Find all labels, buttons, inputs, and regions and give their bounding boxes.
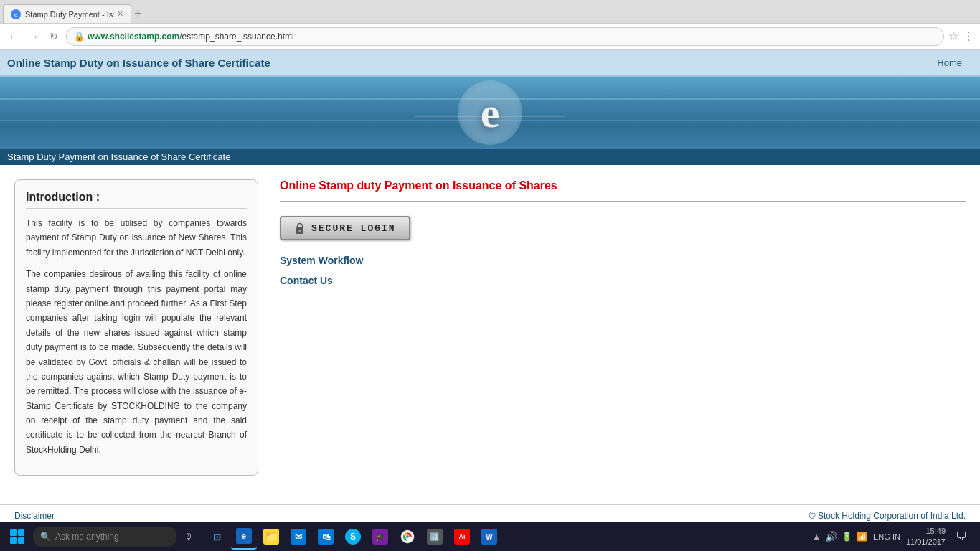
secure-login-button[interactable]: SECURE LOGIN xyxy=(280,216,410,240)
secure-login-text: SECURE LOGIN xyxy=(311,223,396,234)
skype-app[interactable]: S xyxy=(340,524,366,542)
marquee-text: Stamp Duty Payment on Issuance of Share … xyxy=(7,151,230,162)
win-quad-1 xyxy=(10,529,17,536)
tab-favicon: e xyxy=(11,9,21,19)
clock-time: 15:49 xyxy=(906,526,946,537)
page-wrapper: Online Stamp Duty on Issuance of Share C… xyxy=(0,50,980,527)
windows-icon xyxy=(10,529,24,542)
svg-point-3 xyxy=(299,230,301,232)
section-divider xyxy=(280,201,966,202)
tray-wifi[interactable]: 📶 xyxy=(857,532,867,542)
intro-para-1: This facility is to be utilised by compa… xyxy=(26,216,247,260)
stripe-2 xyxy=(415,116,565,117)
system-workflow-link[interactable]: System Workflow xyxy=(280,255,966,266)
svg-point-6 xyxy=(406,535,409,538)
task-view-button[interactable]: ⊡ xyxy=(204,524,230,542)
url-text: www.shcilestamp.com/estamp_share_issuanc… xyxy=(88,32,294,42)
start-button[interactable] xyxy=(3,524,32,542)
header-banner: e xyxy=(0,77,980,149)
url-path: /estamp_share_issuance.html xyxy=(179,32,293,42)
systray: ▲ 🔊 🔋 📶 xyxy=(812,531,867,542)
taskbar: 🔍 Ask me anything 🎙 ⊡ e 📁 ✉ 🛍 S 🎓 xyxy=(0,522,980,542)
stripe-1 xyxy=(415,100,565,100)
taskbar-search-icon: 🔍 xyxy=(40,532,51,542)
win-quad-2 xyxy=(18,529,24,536)
word-app[interactable]: W xyxy=(476,524,502,542)
marquee-bar: Stamp Duty Payment on Issuance of Share … xyxy=(0,149,980,165)
taskbar-search-text: Ask me anything xyxy=(55,532,119,542)
intro-para-2: The companies desirous of availing this … xyxy=(26,267,247,457)
site-nav: Online Stamp Duty on Issuance of Share C… xyxy=(0,50,980,77)
tab-close-button[interactable]: ✕ xyxy=(117,9,123,19)
section-title: Online Stamp duty Payment on Issuance of… xyxy=(280,179,966,192)
chrome-icon xyxy=(400,529,415,542)
edge-icon: e xyxy=(236,528,252,542)
lock-icon xyxy=(294,222,306,235)
new-tab-button[interactable]: + xyxy=(134,7,142,20)
win-quad-3 xyxy=(10,537,17,542)
file-explorer-app[interactable]: 📁 xyxy=(258,524,284,542)
taskbar-clock[interactable]: 15:49 11/01/2017 xyxy=(906,526,946,543)
bookmark-button[interactable]: ☆ xyxy=(948,29,958,43)
taskbar-mic-button[interactable]: 🎙 xyxy=(178,526,199,542)
disclaimer-link[interactable]: Disclaimer xyxy=(14,511,55,521)
language-text: ENG IN xyxy=(873,532,900,542)
logo-letter: e xyxy=(481,88,500,138)
site-nav-title: Online Stamp Duty on Issuance of Share C… xyxy=(7,57,926,69)
right-content: Online Stamp duty Payment on Issuance of… xyxy=(280,179,966,476)
header-logo-container: e xyxy=(458,80,522,145)
taskbar-search[interactable]: 🔍 Ask me anything xyxy=(33,527,176,542)
svg-text:e: e xyxy=(14,12,17,17)
mail-icon: ✉ xyxy=(291,529,306,542)
adobe-app[interactable]: Ai xyxy=(449,524,475,542)
back-button[interactable]: ← xyxy=(6,29,22,44)
store-app[interactable]: 🛍 xyxy=(313,524,339,542)
tray-expand[interactable]: ▲ xyxy=(812,532,821,542)
url-bar[interactable]: 🔒 www.shcilestamp.com/estamp_share_issua… xyxy=(66,27,944,46)
language-indicator[interactable]: ENG IN xyxy=(873,532,900,542)
mail-app[interactable]: ✉ xyxy=(286,524,311,542)
url-protocol: 🔒 xyxy=(74,32,85,42)
action-center-button[interactable]: 🗨 xyxy=(951,527,971,542)
tab-bar: e Stamp Duty Payment - Is ✕ + xyxy=(0,0,980,23)
file-explorer-icon: 📁 xyxy=(263,529,279,542)
intro-box: Introduction : This facility is to be ut… xyxy=(14,179,258,476)
intro-title: Introduction : xyxy=(26,191,247,209)
tab-title: Stamp Duty Payment - Is xyxy=(25,10,113,19)
learning-icon: 🎓 xyxy=(372,529,388,542)
nav-home-link[interactable]: Home xyxy=(926,57,973,68)
url-domain: www.shcilestamp.com xyxy=(88,32,179,42)
contact-us-link[interactable]: Contact Us xyxy=(280,275,966,286)
learning-app[interactable]: 🎓 xyxy=(367,524,393,542)
calculator-app[interactable]: 🔢 xyxy=(422,524,448,542)
tray-speaker[interactable]: 🔊 xyxy=(825,531,837,542)
chrome-app[interactable] xyxy=(395,524,420,542)
calculator-icon: 🔢 xyxy=(427,529,443,542)
copyright-text: © Stock Holding Corporation of India Ltd… xyxy=(809,511,966,521)
active-tab[interactable]: e Stamp Duty Payment - Is ✕ xyxy=(3,4,131,23)
win-quad-4 xyxy=(18,537,24,542)
edge-app[interactable]: e xyxy=(231,524,257,542)
intro-text: This facility is to be utilised by compa… xyxy=(26,216,247,457)
taskbar-right: ▲ 🔊 🔋 📶 ENG IN 15:49 11/01/2017 🗨 xyxy=(812,526,977,543)
browser-chrome: e Stamp Duty Payment - Is ✕ + ← → ↻ 🔒 ww… xyxy=(0,0,980,50)
address-bar: ← → ↻ 🔒 www.shcilestamp.com/estamp_share… xyxy=(0,23,980,49)
task-view-icon: ⊡ xyxy=(209,529,225,542)
skype-icon: S xyxy=(345,529,361,542)
forward-button[interactable]: → xyxy=(26,29,42,44)
store-icon: 🛍 xyxy=(318,529,334,542)
taskbar-apps: ⊡ e 📁 ✉ 🛍 S 🎓 xyxy=(204,524,502,542)
refresh-button[interactable]: ↻ xyxy=(46,29,62,44)
word-icon: W xyxy=(481,529,497,542)
logo-circle: e xyxy=(458,80,522,145)
adobe-icon: Ai xyxy=(454,529,470,542)
clock-date: 11/01/2017 xyxy=(906,537,946,542)
main-content: Introduction : This facility is to be ut… xyxy=(0,165,980,490)
browser-menu-button[interactable]: ⋮ xyxy=(963,29,974,43)
copyright-link[interactable]: © Stock Holding Corporation of India Ltd… xyxy=(809,511,966,521)
tray-battery[interactable]: 🔋 xyxy=(842,532,852,542)
